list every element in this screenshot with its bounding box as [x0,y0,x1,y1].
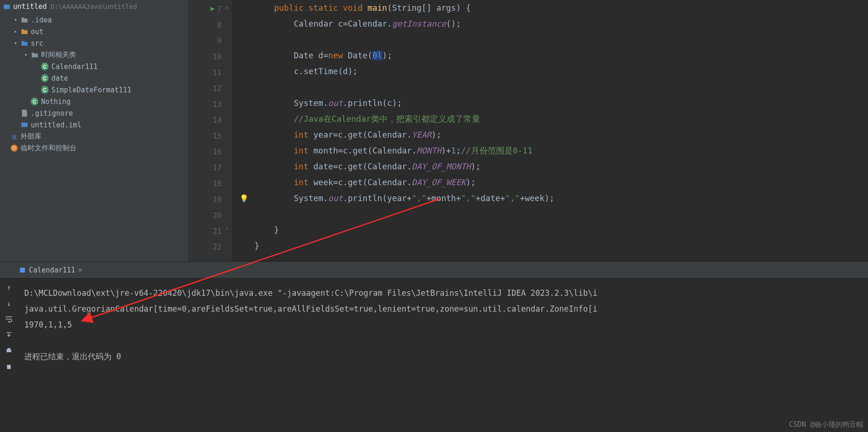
run-gutter-icon[interactable]: ▶ [210,4,215,13]
tab-run-icon [19,266,26,274]
tree-item[interactable]: untitled.iml [0,119,188,131]
run-output[interactable]: D:\MCLDownload\ext\jre-v64-220420\jdk17\… [19,280,868,432]
project-root-header[interactable]: untitled D:\AAAAAAJava\untitled [0,0,188,13]
svg-rect-3 [7,349,11,352]
tree-item-label: 时间相关类 [41,50,76,59]
code-line[interactable]: public static void main(String[] args) { [235,0,868,16]
tree-item-label: .idea [31,16,52,24]
svg-rect-5 [7,365,11,369]
project-path: D:\AAAAAAJava\untitled [50,3,137,10]
code-line[interactable]: Calendar c=Calendar.getInstance(); [235,16,868,32]
tree-item-label: Calendar111 [51,63,98,71]
tree-item[interactable]: ▾src [0,37,188,49]
tree-item-label: 外部库 [21,132,42,141]
scroll-end-icon[interactable] [4,330,14,340]
chevron-icon[interactable]: ▾ [14,17,20,23]
watermark: CSDN @杨小瑾的鸭舌帽 [789,420,863,429]
fold-mark-icon[interactable]: ⊟ [225,5,229,11]
code-area[interactable]: public static void main(String[] args) {… [235,0,868,261]
scroll-down-icon[interactable]: ↓ [4,298,14,308]
tree-item[interactable]: CCalendar111 [0,61,188,72]
run-toolbar: ↑ ↓ [0,279,18,432]
code-line[interactable]: c.setTime(d); [235,63,868,79]
tree-item[interactable]: ▸out [0,26,188,37]
code-line[interactable]: int date=c.get(Calendar.DAY_OF_MONTH); [235,159,868,174]
tree-item-label: .gitignore [31,109,73,118]
run-tab-bar: Calendar111 × [0,262,868,279]
project-tree-panel: untitled D:\AAAAAAJava\untitled ▾.idea▸o… [0,0,188,261]
tree-item[interactable]: ⫼外部库 [0,131,188,142]
tree-item[interactable]: CSimpleDateFormat111 [0,84,188,96]
code-line[interactable]: int month=c.get(Calendar.MONTH)+1;//月份范围… [235,143,868,159]
tree-item[interactable]: ▾时间相关类 [0,49,188,61]
fold-mark-icon[interactable]: ┘ [225,227,229,233]
tree-item-label: untitled.iml [31,121,81,129]
tree-item-label: out [31,28,43,36]
soft-wrap-icon[interactable] [4,314,14,324]
code-line[interactable] [235,79,868,95]
code-line[interactable]: Date d=new Date(0l); [235,48,868,63]
delete-icon[interactable] [4,362,14,372]
run-tab-label: Calendar111 [29,266,75,274]
code-line[interactable] [235,206,868,222]
tree-item[interactable]: ⏱临时文件和控制台 [0,142,188,154]
chevron-icon[interactable]: ▾ [24,52,30,58]
scroll-up-icon[interactable]: ↑ [4,282,14,293]
code-line[interactable]: } [235,222,868,238]
fold-column[interactable]: ⊟ ┘ [225,0,232,261]
code-line[interactable]: int week=c.get(Calendar.DAY_OF_WEEK); [235,174,868,190]
svg-rect-0 [3,4,9,8]
tree-item-label: src [31,39,43,48]
tree-item[interactable]: .gitignore [0,107,188,119]
print-icon[interactable] [4,346,14,356]
tree-item-label: Nothing [41,98,70,106]
chevron-icon[interactable]: ▸ [14,28,20,35]
project-tree[interactable]: ▾.idea▸out▾src▾时间相关类CCalendar111CdateCSi… [0,13,188,155]
module-icon [3,3,10,10]
tree-item-label: date [51,74,68,83]
code-line[interactable]: } [235,238,868,254]
tree-item-label: SimpleDateFormat111 [51,86,132,94]
tree-item[interactable]: ▾.idea [0,14,188,26]
chevron-icon[interactable]: ▾ [14,40,20,46]
tree-item-label: 临时文件和控制台 [21,144,77,153]
svg-rect-2 [20,267,25,272]
run-panel: Calendar111 × ↑ ↓ D:\MCLDownload\ext\jre… [0,261,868,432]
project-name: untitled [13,2,47,11]
svg-rect-1 [21,123,27,127]
tree-item[interactable]: Cdate [0,72,188,84]
code-line[interactable]: System.out.println(c); [235,95,868,111]
code-line[interactable]: //Java在Calendar类中，把索引都定义成了常量 [235,111,868,127]
code-line[interactable] [235,32,868,48]
code-line[interactable]: int year=c.get(Calendar.YEAR); [235,127,868,143]
code-editor[interactable]: 78910111213141516171819202122 ▶ 💡 ⊟ ┘ pu… [188,0,868,261]
svg-rect-4 [7,348,10,349]
run-tab[interactable]: Calendar111 × [14,262,87,278]
code-line[interactable]: System.out.println(year+","+month+","+da… [235,190,868,206]
tree-item[interactable]: CNothing [0,96,188,107]
close-icon[interactable]: × [78,266,82,274]
